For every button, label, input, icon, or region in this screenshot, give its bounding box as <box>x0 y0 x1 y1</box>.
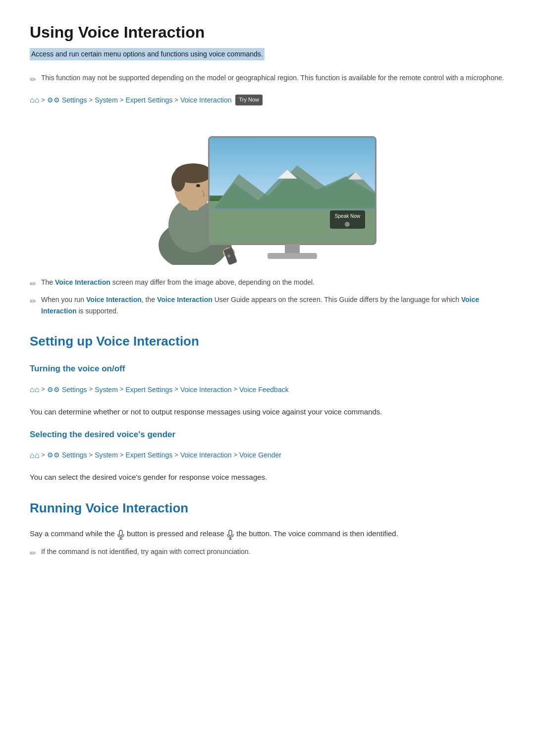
breadcrumb-system-3[interactable]: System <box>95 450 118 460</box>
breadcrumb-voice-feedback[interactable]: Voice Feedback <box>239 384 289 395</box>
subtitle-highlight: Access and run certain menu options and … <box>30 48 265 60</box>
breadcrumb-voice-interaction-3[interactable]: Voice Interaction <box>180 450 232 460</box>
note-2: The Voice Interaction screen may differ … <box>30 277 505 291</box>
try-now-badge[interactable]: Try Now <box>235 95 263 105</box>
breadcrumb-voice-interaction-1[interactable]: Voice Interaction <box>180 95 232 105</box>
voice-link-note3a: Voice Interaction <box>86 296 142 303</box>
breadcrumb-2: ⌂ > ⚙ Settings > System > Expert Setting… <box>30 383 505 396</box>
svg-rect-15 <box>119 530 122 536</box>
home-icon-1[interactable]: ⌂ <box>30 94 39 106</box>
illustration-container: Speak Now <box>30 116 505 265</box>
sub2-title: Selecting the desired voice's gender <box>30 428 505 441</box>
running-note: If the command is not identified, try ag… <box>30 546 505 560</box>
breadcrumb-voice-gender[interactable]: Voice Gender <box>239 450 281 460</box>
breadcrumb-1: ⌂ > ⚙ Settings > System > Expert Setting… <box>30 94 505 106</box>
mic-icon-2 <box>226 528 234 540</box>
breadcrumb-system-2[interactable]: System <box>95 384 118 395</box>
tv-stand-neck <box>285 244 300 253</box>
svg-rect-18 <box>229 530 232 536</box>
mic-icon-1 <box>117 528 125 540</box>
breadcrumb-expert-2[interactable]: Expert Settings <box>125 384 172 395</box>
sub2-body: You can select the desired voice's gende… <box>30 471 505 483</box>
pencil-icon-3 <box>30 295 36 308</box>
pencil-icon-4 <box>30 547 36 560</box>
tv-screen: Speak Now <box>210 138 375 244</box>
breadcrumb-expert-3[interactable]: Expert Settings <box>125 450 172 460</box>
tv-stand <box>208 244 376 265</box>
gear-icon-2: ⚙ <box>47 384 60 395</box>
svg-point-7 <box>196 184 200 187</box>
pencil-icon-2 <box>30 278 36 291</box>
sub1-title: Turning the voice on/off <box>30 362 505 375</box>
breadcrumb-3: ⌂ > ⚙ Settings > System > Expert Setting… <box>30 449 505 462</box>
tv-frame: Speak Now <box>208 136 376 245</box>
speak-now-box: Speak Now <box>330 210 365 229</box>
speak-dot <box>345 222 350 227</box>
note-3: When you run Voice Interaction, the Voic… <box>30 294 505 316</box>
gear-icon-1: ⚙ <box>47 95 60 105</box>
svg-point-5 <box>171 170 185 192</box>
home-icon-3[interactable]: ⌂ <box>30 449 39 462</box>
breadcrumb-system-1[interactable]: System <box>95 95 118 105</box>
tv-stand-base <box>268 253 317 259</box>
breadcrumb-settings-2[interactable]: Settings <box>62 384 87 395</box>
breadcrumb-settings-1[interactable]: Settings <box>62 95 87 105</box>
running-body: Say a command while the button is presse… <box>30 528 505 540</box>
section2-title: Running Voice Interaction <box>30 498 505 519</box>
voice-link-note3b: Voice Interaction <box>157 296 213 303</box>
pencil-icon-1 <box>30 73 36 86</box>
home-icon-2[interactable]: ⌂ <box>30 383 39 396</box>
breadcrumb-voice-interaction-2[interactable]: Voice Interaction <box>180 384 232 395</box>
section1-title: Setting up Voice Interaction <box>30 331 505 352</box>
note-1: This function may not be supported depen… <box>30 72 505 86</box>
sub1-body: You can determine whether or not to outp… <box>30 406 505 418</box>
breadcrumb-expert-1[interactable]: Expert Settings <box>125 95 172 105</box>
mountains-svg <box>210 161 375 214</box>
page-title: Using Voice Interaction <box>30 20 505 45</box>
tv-illustration: Speak Now <box>149 116 386 265</box>
gear-icon-3: ⚙ <box>47 450 60 460</box>
breadcrumb-settings-3[interactable]: Settings <box>62 450 87 460</box>
voice-link-note2: Voice Interaction <box>55 278 110 286</box>
